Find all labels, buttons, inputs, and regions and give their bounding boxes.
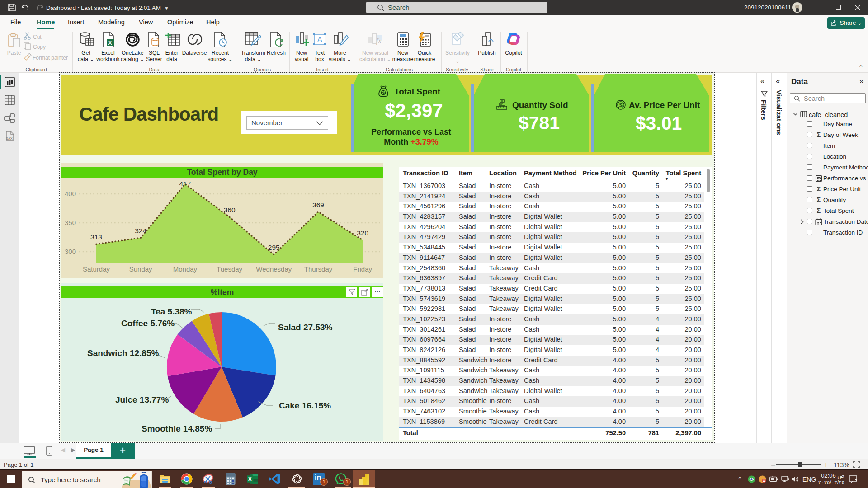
svg-text:350: 350 xyxy=(65,219,76,226)
svg-text:369: 369 xyxy=(312,201,324,209)
svg-text:fx: fx xyxy=(376,37,382,45)
svg-text:Thursday: Thursday xyxy=(304,265,333,273)
svg-text:Friday: Friday xyxy=(353,265,372,273)
svg-text:A: A xyxy=(317,36,322,43)
svg-text:295: 295 xyxy=(268,244,280,251)
svg-text:X: X xyxy=(108,40,112,46)
svg-text:417: 417 xyxy=(179,180,191,188)
svg-text:DAX: DAX xyxy=(6,137,13,140)
svg-text:$: $ xyxy=(382,91,385,95)
svg-text:Wednesday: Wednesday xyxy=(256,265,292,273)
svg-text:Saturday: Saturday xyxy=(83,265,110,273)
svg-text:320: 320 xyxy=(357,229,368,237)
svg-text:400: 400 xyxy=(65,190,76,197)
svg-text:X: X xyxy=(248,476,252,482)
svg-text:Monday: Monday xyxy=(173,265,198,273)
svg-text:313: 313 xyxy=(90,233,102,241)
svg-text:324: 324 xyxy=(135,227,146,235)
svg-text:Sunday: Sunday xyxy=(129,265,152,273)
svg-text:300: 300 xyxy=(65,248,76,255)
svg-text:Tuesday: Tuesday xyxy=(217,265,242,273)
svg-text:360: 360 xyxy=(224,206,236,214)
svg-text:$: $ xyxy=(619,102,623,108)
